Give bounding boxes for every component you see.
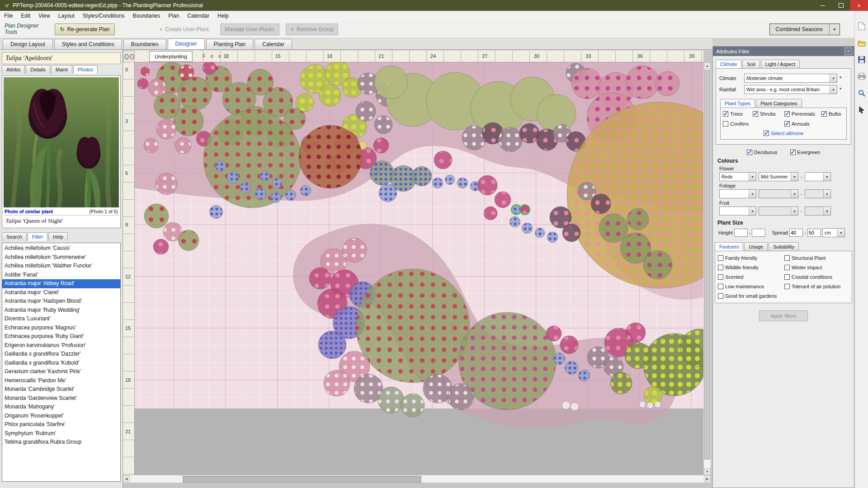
list-item[interactable]: Astrantia major 'Abbey Road': [2, 279, 120, 288]
list-item[interactable]: Monarda 'Gardenview Scarlet': [2, 394, 120, 403]
scroll-right-icon[interactable]: ▶: [704, 475, 711, 482]
list-item[interactable]: Astrantia major 'Hadspen Blood': [2, 297, 120, 306]
regenerate-plan-button[interactable]: ↻ Re-generate Plan: [55, 23, 114, 35]
scroll-down-icon[interactable]: ▼: [704, 468, 711, 475]
tab-search[interactable]: Search: [2, 232, 27, 241]
tab-design-layout[interactable]: Design Layout: [3, 39, 53, 49]
save-icon[interactable]: [857, 55, 866, 64]
list-item[interactable]: Gaillardia x grandiflora 'Kobold': [2, 359, 120, 368]
rainfall-select[interactable]: Wet area - e.g. most central Britain▼: [744, 85, 837, 94]
tab-usage[interactable]: Usage: [744, 242, 768, 251]
horizontal-scrollbar[interactable]: ◀ ▶: [123, 475, 711, 483]
tab-filter[interactable]: Filter: [28, 232, 47, 241]
pin-icon[interactable]: ▪: [844, 47, 852, 55]
horizontal-scrollbar-thumb[interactable]: [183, 476, 421, 483]
pointer-icon[interactable]: [857, 105, 866, 114]
checkbox-conifers[interactable]: Conifers: [723, 121, 752, 127]
list-item[interactable]: Monarda 'Cambridge Scarlet': [2, 385, 120, 394]
menu-styles-conditions[interactable]: Styles/Conditions: [79, 12, 129, 20]
foliage-season-from-select[interactable]: ▼: [759, 189, 798, 198]
list-item[interactable]: Achillea millefolium 'Summerwine': [2, 253, 120, 262]
tab-designer[interactable]: Designer: [168, 38, 205, 49]
menu-calendar[interactable]: Calendar: [183, 12, 213, 20]
list-item[interactable]: Erigeron karvinskianus 'Profusion': [2, 341, 120, 350]
list-item[interactable]: Astrantia major 'Claret': [2, 288, 120, 297]
tab-planting-plan[interactable]: Planting Plan: [206, 39, 254, 49]
menu-boundaries[interactable]: Boundaries: [129, 12, 165, 20]
checkbox-good-for-small-gardens[interactable]: Good for small gardens: [718, 293, 783, 299]
tab-help[interactable]: Help: [48, 232, 68, 241]
remove-group-button[interactable]: × Remove Group: [286, 23, 338, 35]
tab-light-aspect[interactable]: Light / Aspect: [761, 60, 800, 68]
fruit-colour-select[interactable]: ▼: [719, 206, 756, 216]
tab-climate[interactable]: Climate: [716, 60, 741, 68]
scroll-left-icon[interactable]: ◀: [123, 475, 130, 482]
menu-plan[interactable]: Plan: [164, 12, 183, 20]
tab-soil[interactable]: Soil: [742, 60, 760, 68]
spread-min-input[interactable]: [789, 229, 803, 237]
tab-features[interactable]: Features: [715, 242, 743, 251]
apply-filters-button[interactable]: Apply filters: [759, 310, 808, 321]
list-item[interactable]: Hemerocallis 'Pardon Me': [2, 376, 120, 385]
open-plan-icon[interactable]: [857, 38, 866, 47]
tab-plant-categories[interactable]: Plant Categories: [756, 99, 802, 108]
close-button[interactable]: ×: [850, 0, 868, 11]
fruit-season-from-select[interactable]: ▼: [759, 206, 798, 216]
foliage-season-to-select[interactable]: ▼: [805, 189, 831, 198]
tab-boundaries[interactable]: Boundaries: [123, 39, 166, 49]
create-user-plant-button[interactable]: + Create User-Plant: [155, 23, 214, 35]
flower-colour-select[interactable]: Reds▼: [719, 172, 756, 181]
checkbox-shrubs[interactable]: Shrubs: [753, 111, 783, 117]
checkbox-family-friendly[interactable]: Family friendly: [718, 255, 783, 261]
ruler-pin-icon[interactable]: [124, 54, 129, 60]
scroll-up-icon[interactable]: ▲: [704, 62, 711, 69]
menu-edit[interactable]: Edit: [17, 12, 34, 20]
list-item[interactable]: Symphytum 'Rubrum': [2, 429, 120, 438]
menu-file[interactable]: File: [0, 12, 17, 20]
tab-suitability[interactable]: Suitability: [769, 242, 799, 251]
list-item[interactable]: Phlox paniculata 'Starfire': [2, 420, 120, 429]
list-item[interactable]: Echinacea purpurea 'Magnus': [2, 324, 120, 333]
list-item[interactable]: Echinacea purpurea 'Ruby Giant': [2, 332, 120, 341]
manage-user-plants-button[interactable]: Manage User-Plants: [220, 23, 279, 35]
flower-season-from-select[interactable]: Mid Summer▼: [759, 172, 798, 181]
foliage-colour-select[interactable]: ▼: [719, 189, 756, 198]
checkbox-winter-impact[interactable]: Winter impact: [784, 265, 849, 270]
menu-layout[interactable]: Layout: [54, 12, 79, 20]
select-all-none-checkbox[interactable]: Select all/none: [764, 131, 803, 136]
list-item[interactable]: Tellima grandiflora Rubra Group: [2, 438, 120, 447]
checkbox-evergreen[interactable]: Evergreen: [790, 150, 821, 155]
list-item[interactable]: Achillea millefolium 'Cassis': [2, 244, 120, 253]
tab-plant-types[interactable]: Plant Types: [720, 99, 755, 108]
menu-view[interactable]: View: [34, 12, 54, 20]
menu-help[interactable]: Help: [213, 12, 233, 20]
checkbox-tolerant-of-air-polution[interactable]: Tolerant of air polution: [784, 284, 849, 289]
list-item[interactable]: Astrantia major 'Ruby Wedding': [2, 306, 120, 315]
underplanting-tab[interactable]: Underplanting: [149, 51, 193, 62]
size-unit-select[interactable]: cm▼: [822, 228, 845, 237]
checkbox-coastal-conditions[interactable]: Coastal conditions: [784, 274, 849, 280]
height-max-input[interactable]: [752, 229, 765, 237]
checkbox-low-maintenance[interactable]: Low maintenance: [718, 284, 783, 289]
checkbox-scented[interactable]: Scented: [718, 274, 783, 280]
ruler-pin-icon[interactable]: [130, 54, 134, 60]
maximize-button[interactable]: [832, 0, 850, 11]
climate-select[interactable]: Moderate climate▼: [744, 74, 837, 83]
checkbox-annuals[interactable]: Annuals: [784, 121, 821, 127]
tab-photos[interactable]: Photos: [73, 65, 98, 74]
minimize-button[interactable]: [814, 0, 832, 11]
tab-attribs[interactable]: Attribs: [2, 65, 25, 74]
checkbox-wildlife-friendly[interactable]: Wildlife friendly: [718, 265, 783, 270]
vertical-scrollbar[interactable]: ▲ ▼: [703, 62, 711, 475]
flower-season-to-select[interactable]: ▼: [805, 172, 831, 181]
checkbox-trees[interactable]: Trees: [723, 111, 752, 117]
list-item[interactable]: Gaillardia x grandiflora 'Dazzler': [2, 350, 120, 359]
list-item[interactable]: Geranium clarkei 'Kashmir Pink': [2, 367, 120, 376]
zoom-icon[interactable]: [857, 89, 866, 98]
checkbox-perennials[interactable]: Perennials: [784, 111, 821, 117]
list-item[interactable]: Astilbe 'Fanal': [2, 271, 120, 280]
checkbox-bulbs[interactable]: Bulbs: [821, 111, 848, 117]
height-min-input[interactable]: [734, 229, 748, 237]
print-icon[interactable]: [857, 72, 866, 81]
spread-max-input[interactable]: [807, 229, 821, 237]
